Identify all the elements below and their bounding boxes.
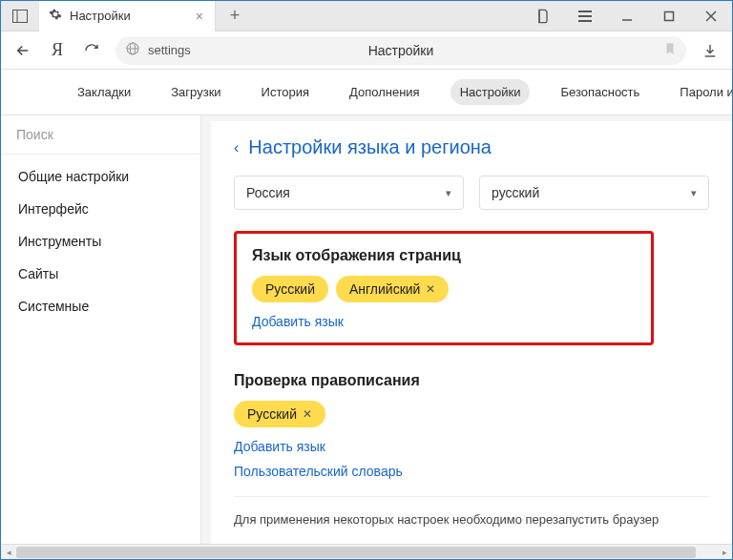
user-dictionary-link[interactable]: Пользовательский словарь bbox=[234, 464, 709, 479]
titlebar: Настройки × + bbox=[1, 1, 732, 31]
globe-icon bbox=[125, 41, 140, 59]
language-select[interactable]: русский ▾ bbox=[479, 176, 709, 210]
sidebar-toggle-icon[interactable] bbox=[1, 1, 39, 31]
back-button[interactable] bbox=[7, 34, 39, 67]
region-select[interactable]: Россия ▾ bbox=[234, 176, 464, 210]
nav-settings[interactable]: Настройки bbox=[450, 79, 531, 105]
display-language-section: Язык отображения страниц Русский Английс… bbox=[234, 231, 654, 345]
address-bar[interactable]: settings Настройки bbox=[115, 36, 686, 65]
menu-icon[interactable] bbox=[564, 1, 606, 31]
region-language-row: Россия ▾ русский ▾ bbox=[234, 176, 709, 210]
toolbar: Я settings Настройки bbox=[1, 31, 732, 70]
sidebar-item-general[interactable]: Общие настройки bbox=[1, 160, 200, 193]
gear-icon bbox=[49, 8, 62, 24]
region-select-value: Россия bbox=[246, 185, 290, 200]
chip-label: Русский bbox=[265, 281, 315, 297]
spell-chip-russian[interactable]: Русский ✕ bbox=[234, 401, 325, 427]
nav-security[interactable]: Безопасность bbox=[551, 79, 649, 105]
scroll-right-button[interactable]: ▸ bbox=[717, 545, 732, 560]
nav-addons[interactable]: Дополнения bbox=[340, 79, 429, 105]
display-language-chips: Русский Английский ✕ bbox=[252, 276, 636, 302]
chip-label: Русский bbox=[247, 406, 297, 422]
main-area: Общие настройки Интерфейс Инструменты Са… bbox=[1, 115, 732, 544]
spellcheck-heading: Проверка правописания bbox=[234, 372, 709, 389]
breadcrumb-title: Настройки языка и региона bbox=[248, 136, 492, 158]
minimize-button[interactable] bbox=[606, 1, 648, 31]
remove-icon[interactable]: ✕ bbox=[426, 282, 435, 296]
settings-sidebar: Общие настройки Интерфейс Инструменты Са… bbox=[1, 115, 201, 544]
nav-passwords[interactable]: Пароли и карты bbox=[670, 79, 732, 105]
svg-rect-6 bbox=[665, 11, 674, 20]
add-language-link[interactable]: Добавить язык bbox=[252, 314, 636, 329]
url-text: settings bbox=[148, 43, 191, 57]
chevron-down-icon: ▾ bbox=[691, 187, 697, 199]
reader-mode-icon[interactable] bbox=[522, 1, 564, 31]
chevron-left-icon: ‹ bbox=[234, 139, 239, 156]
browser-window: Настройки × + Я bbox=[0, 0, 733, 560]
spellcheck-chips: Русский ✕ bbox=[234, 401, 709, 427]
sidebar-item-sites[interactable]: Сайты bbox=[1, 258, 200, 290]
chevron-down-icon: ▾ bbox=[446, 187, 451, 199]
lang-chip-russian[interactable]: Русский bbox=[252, 276, 328, 302]
bookmark-icon[interactable] bbox=[663, 41, 677, 59]
sidebar-item-system[interactable]: Системные bbox=[1, 290, 200, 322]
display-language-heading: Язык отображения страниц bbox=[252, 247, 636, 264]
settings-navbar: Закладки Загрузки История Дополнения Нас… bbox=[1, 70, 732, 115]
nav-bookmarks[interactable]: Закладки bbox=[68, 79, 140, 105]
sidebar-items: Общие настройки Интерфейс Инструменты Са… bbox=[1, 155, 200, 328]
remove-icon[interactable]: ✕ bbox=[303, 407, 312, 421]
new-tab-button[interactable]: + bbox=[216, 6, 254, 26]
language-select-value: русский bbox=[492, 185, 539, 200]
page-title-center: Настройки bbox=[368, 43, 434, 58]
nav-downloads[interactable]: Загрузки bbox=[161, 79, 230, 105]
settings-content: ‹ Настройки языка и региона Россия ▾ рус… bbox=[211, 121, 732, 544]
search-input[interactable] bbox=[16, 127, 185, 142]
sidebar-item-interface[interactable]: Интерфейс bbox=[1, 193, 200, 225]
scroll-thumb[interactable] bbox=[16, 547, 696, 558]
close-button[interactable] bbox=[690, 1, 732, 31]
titlebar-left: Настройки × + bbox=[1, 1, 254, 31]
yandex-home-button[interactable]: Я bbox=[41, 34, 73, 67]
maximize-button[interactable] bbox=[648, 1, 690, 31]
chip-label: Английский bbox=[349, 281, 420, 297]
close-icon[interactable]: × bbox=[194, 9, 205, 24]
add-spell-language-link[interactable]: Добавить язык bbox=[234, 439, 709, 454]
sidebar-item-tools[interactable]: Инструменты bbox=[1, 225, 200, 258]
titlebar-right bbox=[522, 1, 732, 31]
tab-title: Настройки bbox=[70, 9, 131, 23]
svg-rect-0 bbox=[13, 10, 28, 22]
spellcheck-section: Проверка правописания Русский ✕ Добавить… bbox=[234, 372, 709, 479]
horizontal-scrollbar[interactable]: ◂ ▸ bbox=[1, 544, 732, 559]
restart-note: Для применения некоторых настроек необхо… bbox=[234, 496, 709, 536]
lang-chip-english[interactable]: Английский ✕ bbox=[336, 276, 449, 302]
scroll-track[interactable] bbox=[16, 545, 717, 560]
browser-tab[interactable]: Настройки × bbox=[39, 1, 216, 31]
downloads-button[interactable] bbox=[694, 34, 726, 67]
breadcrumb[interactable]: ‹ Настройки языка и региона bbox=[234, 136, 709, 158]
nav-history[interactable]: История bbox=[252, 79, 319, 105]
sidebar-search bbox=[1, 115, 200, 155]
scroll-left-button[interactable]: ◂ bbox=[1, 545, 16, 560]
reload-button[interactable] bbox=[75, 34, 108, 67]
